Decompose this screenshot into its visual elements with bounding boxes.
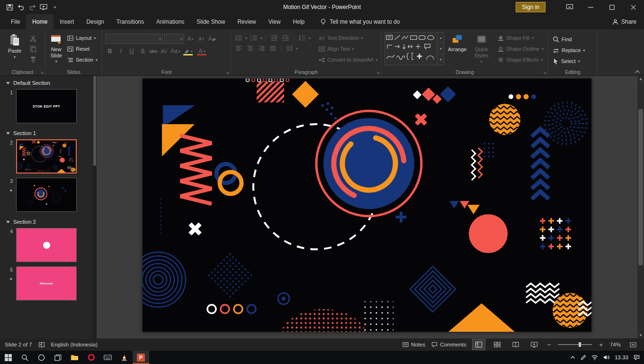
cortana-icon[interactable]	[33, 351, 50, 364]
justify-icon[interactable]	[268, 45, 277, 52]
quick-styles-button[interactable]: Quick Styles▾	[470, 32, 492, 68]
increase-indent-icon[interactable]	[281, 34, 290, 42]
tab-transitions[interactable]: Transitions	[110, 14, 150, 29]
undo-icon[interactable]	[15, 0, 27, 14]
slide-2-thumbnail[interactable]	[16, 139, 77, 173]
underline-button[interactable]: U	[127, 46, 136, 56]
numbering-icon[interactable]: 123	[249, 34, 259, 42]
section-header-2[interactable]: Section 2	[0, 215, 97, 227]
tab-file[interactable]: File	[5, 14, 26, 29]
grow-font-button[interactable]: A▴	[186, 34, 195, 44]
tab-insert[interactable]: Insert	[54, 14, 80, 29]
bullets-icon[interactable]	[234, 34, 243, 42]
replace-button[interactable]: Replace▾	[551, 46, 586, 55]
shapes-gallery-scrollbar[interactable]: ▴ ▾ ▾	[437, 33, 444, 65]
paste-button[interactable]: Paste▾	[3, 32, 27, 68]
tab-slide-show[interactable]: Slide Show	[190, 14, 231, 29]
zoom-in-button[interactable]: +	[598, 341, 604, 348]
align-right-icon[interactable]	[257, 45, 266, 52]
maximize-button[interactable]	[601, 0, 623, 14]
reading-view-button[interactable]	[510, 339, 522, 350]
panel-scrollbar-thumb[interactable]	[93, 76, 96, 166]
format-painter-icon[interactable]	[28, 55, 38, 63]
action-center-icon[interactable]	[634, 355, 640, 360]
slide-show-view-button[interactable]	[528, 339, 540, 350]
share-button[interactable]: Share	[612, 14, 636, 29]
hidden-icons-chevron-icon[interactable]	[570, 355, 575, 359]
scroll-down-icon[interactable]: ▼	[639, 333, 643, 337]
tab-review[interactable]: Review	[231, 14, 262, 29]
font-color-button[interactable]: A ▾	[196, 46, 208, 56]
character-spacing-button[interactable]: AV	[160, 46, 169, 56]
fit-to-window-button[interactable]	[627, 339, 639, 350]
language-indicator[interactable]: English (Indonesia)	[51, 342, 98, 347]
collapse-ribbon-icon[interactable]	[635, 70, 640, 73]
customize-qat-caret-icon[interactable]: ▾	[49, 0, 61, 14]
clear-formatting-button[interactable]: A	[207, 34, 217, 44]
strikethrough-button[interactable]: abc	[149, 46, 158, 56]
columns-icon[interactable]	[285, 45, 294, 52]
scroll-up-icon[interactable]: ▲	[639, 77, 643, 81]
notes-button[interactable]: Notes	[402, 342, 425, 347]
start-button[interactable]	[0, 351, 17, 364]
reset-button[interactable]: Reset	[66, 44, 99, 54]
decrease-indent-icon[interactable]	[269, 34, 279, 42]
tab-home[interactable]: Home	[26, 14, 54, 29]
font-size-combobox[interactable]: ▾	[164, 34, 184, 44]
shape-fill-button[interactable]: Shape Fill▾	[496, 33, 545, 43]
taskbar-clock[interactable]: 13.33	[615, 355, 628, 360]
powerpoint-taskbar-icon[interactable]: P	[133, 351, 149, 364]
text-highlight-color-button[interactable]: ▾	[182, 46, 194, 56]
drawing-dialog-launcher-icon[interactable]: ↘	[543, 70, 546, 75]
font-name-combobox[interactable]: ▾	[105, 34, 163, 44]
clipboard-dialog-launcher-icon[interactable]: ↘	[40, 70, 44, 75]
task-view-icon[interactable]	[50, 351, 66, 364]
arrange-button[interactable]: Arrange	[446, 32, 468, 68]
file-explorer-icon[interactable]	[66, 351, 83, 364]
tell-me-box[interactable]: Tell me what you want to do	[320, 14, 400, 29]
slide-5-thumbnail[interactable]: Welcome!	[16, 266, 77, 300]
align-text-button[interactable]: Align Text▾	[317, 44, 379, 54]
minimize-button[interactable]	[580, 0, 601, 14]
canvas-scrollbar[interactable]: ▲ ▼	[637, 76, 644, 338]
shapes-gallery[interactable]: ▴ ▾ ▾	[385, 32, 444, 65]
new-slide-button[interactable]: New Slide▾	[48, 32, 64, 68]
shape-outline-button[interactable]: Shape Outline▾	[496, 44, 545, 54]
zoom-slider-thumb[interactable]	[579, 342, 581, 347]
sign-in-button[interactable]: Sign in	[516, 2, 546, 12]
normal-view-button[interactable]	[473, 339, 485, 350]
gallery-up-icon[interactable]: ▴	[438, 33, 444, 43]
bold-button[interactable]: B	[105, 46, 115, 56]
font-dialog-launcher-icon[interactable]: ↘	[225, 70, 229, 75]
tab-animations[interactable]: Animations	[150, 14, 190, 29]
slide-4-thumbnail[interactable]	[16, 228, 77, 262]
start-slideshow-icon[interactable]	[38, 0, 49, 14]
zoom-level[interactable]: 74%	[610, 342, 621, 347]
gallery-down-icon[interactable]: ▾	[438, 43, 444, 54]
copy-icon[interactable]	[28, 45, 38, 53]
tab-view[interactable]: View	[262, 14, 287, 29]
panel-scrollbar[interactable]	[93, 76, 97, 338]
section-header-default[interactable]: Default Section	[0, 76, 97, 88]
text-direction-button[interactable]: Text Direction▾	[317, 33, 379, 43]
slide-indicator[interactable]: Slide 2 of 7	[5, 342, 32, 347]
ribbon-display-options-icon[interactable]	[559, 0, 580, 14]
find-button[interactable]: Find	[551, 35, 586, 44]
text-shadow-button[interactable]: S	[138, 46, 147, 56]
change-case-button[interactable]: Aa▾	[170, 46, 180, 56]
canvas-scrollbar-thumb[interactable]	[638, 109, 643, 265]
section-header-1[interactable]: Section 1	[0, 126, 97, 138]
wifi-icon[interactable]	[591, 355, 598, 360]
gallery-more-icon[interactable]: ▾	[438, 54, 444, 65]
italic-button[interactable]: I	[116, 46, 125, 56]
align-left-icon[interactable]	[234, 45, 243, 52]
cut-icon[interactable]	[28, 35, 38, 42]
save-icon[interactable]	[4, 0, 15, 14]
paragraph-dialog-launcher-icon[interactable]: ↘	[376, 70, 380, 75]
select-button[interactable]: Select▾	[551, 56, 586, 66]
volume-icon[interactable]	[603, 355, 609, 360]
shrink-font-button[interactable]: A▾	[197, 34, 206, 44]
line-spacing-icon[interactable]	[297, 34, 307, 42]
redo-icon[interactable]	[27, 0, 38, 14]
taskbar-search-icon[interactable]	[17, 351, 33, 364]
